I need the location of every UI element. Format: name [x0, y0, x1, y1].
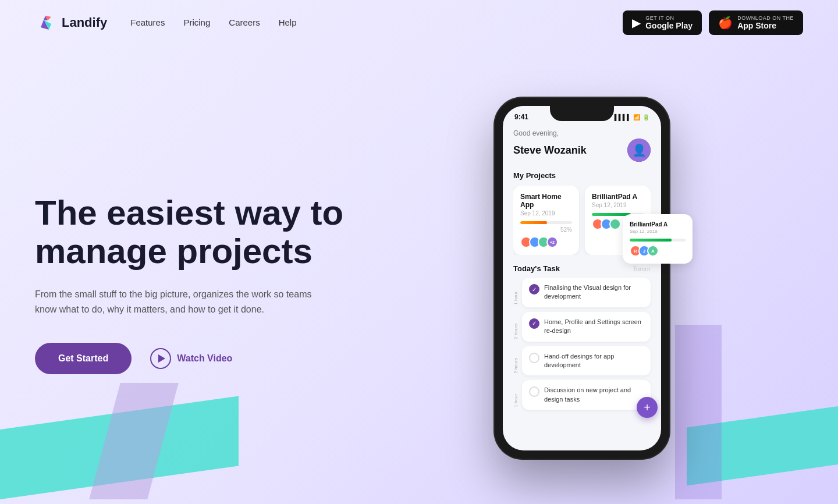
logo-text: Landify: [62, 15, 107, 30]
task-2-check[interactable]: [529, 318, 539, 329]
phone-screen: 9:41 ▌▌▌▌ 📶 🔋 Good evening, Steve Wozani…: [503, 106, 661, 450]
phone-frame: 9:41 ▌▌▌▌ 📶 🔋 Good evening, Steve Wozani…: [495, 98, 669, 459]
google-play-button[interactable]: ▶ GET IT ON Google Play: [623, 10, 702, 35]
tasks-label: Today's Task: [513, 264, 560, 273]
project-1-progress-bg: [520, 221, 572, 224]
phone-wrapper: BrilliantPad A Sep 12, 2019 R J A 9:41 ▌: [495, 98, 681, 470]
hero-right: BrilliantPad A Sep 12, 2019 R J A 9:41 ▌: [372, 98, 803, 470]
project-1-name: Smart Home App: [520, 193, 572, 209]
nav-item-pricing[interactable]: Pricing: [183, 17, 210, 28]
nav-right: ▶ GET IT ON Google Play 🍎 Download on th…: [623, 10, 803, 35]
app-store-button[interactable]: 🍎 Download on the App Store: [709, 10, 803, 35]
task-3-time: 2 hours: [513, 346, 519, 376]
avatar-count: +2: [546, 236, 558, 248]
task-3-check[interactable]: [529, 353, 539, 363]
watch-video-button[interactable]: Watch Video: [150, 348, 232, 369]
tasks-header: Today's Task Tomor: [513, 264, 651, 273]
nav-item-features[interactable]: Features: [130, 17, 165, 28]
project-1-progress-fill: [520, 221, 547, 224]
hero-buttons: Get Started Watch Video: [35, 343, 372, 374]
nav-left: Landify Features Pricing Careers Help: [35, 12, 297, 33]
wifi-icon: 📶: [633, 114, 640, 120]
project-2-date: Sep 12, 2019: [592, 202, 644, 208]
avatar: [627, 139, 651, 162]
task-3-text: Hand-off desings for app development: [544, 352, 644, 370]
status-icons: ▌▌▌▌ 📶 🔋: [615, 114, 649, 120]
tasks-tomorrow: Tomor: [633, 265, 651, 272]
play-icon: [150, 348, 171, 369]
fab-button[interactable]: +: [637, 397, 658, 418]
google-play-text: GET IT ON Google Play: [645, 15, 693, 30]
task-row-3: 2 hours Hand-off desings for app develop…: [513, 346, 651, 376]
task-4-text: Discussion on new project and design tas…: [544, 386, 644, 404]
project-card-1[interactable]: Smart Home App Sep 12, 2019 52%: [513, 186, 579, 255]
app-store-text: Download on the App Store: [737, 15, 794, 30]
nav-links: Features Pricing Careers Help: [130, 17, 296, 28]
google-play-icon: ▶: [632, 16, 641, 30]
logo-icon: [35, 12, 56, 33]
nav-item-help[interactable]: Help: [279, 17, 297, 28]
task-4-check[interactable]: [529, 386, 539, 397]
bg-project-card: BrilliantPad A Sep 12, 2019 R J A: [623, 214, 693, 264]
project-1-avatars: +2: [520, 236, 572, 248]
task-2-text: Home, Profile and Settings screen re-des…: [544, 318, 644, 336]
nav-item-careers[interactable]: Careers: [229, 17, 260, 28]
task-card-4[interactable]: Discussion on new project and design tas…: [522, 380, 651, 410]
task-card-1[interactable]: Finalising the Visual design for develop…: [522, 278, 651, 307]
status-time: 9:41: [514, 113, 528, 121]
hero-title: The easiest way to manage projects: [35, 194, 372, 271]
phone-notch: [550, 106, 614, 121]
apple-icon: 🍎: [718, 16, 733, 30]
phone-content: Good evening, Steve Wozanik My Projects: [503, 123, 661, 420]
task-row-2: 2 hours Home, Profile and Settings scree…: [513, 312, 651, 342]
projects-section-title: My Projects: [513, 171, 651, 180]
task-row-4: 1 hour Discussion on new project and des…: [513, 380, 651, 410]
task-row-1: 1 hour Finalising the Visual design for …: [513, 278, 651, 307]
signal-icon: ▌▌▌▌: [615, 114, 631, 120]
project-2-name: BrilliantPad A: [592, 193, 644, 201]
logo[interactable]: Landify: [35, 12, 107, 33]
task-1-time: 1 hour: [513, 278, 519, 307]
greeting-text: Good evening,: [513, 129, 651, 137]
hero-left: The easiest way to manage projects From …: [35, 194, 372, 374]
task-2-time: 2 hours: [513, 312, 519, 342]
project-1-progress-label: 52%: [520, 226, 572, 233]
user-name-row: Steve Wozanik: [513, 139, 651, 162]
user-name: Steve Wozanik: [513, 144, 587, 157]
task-card-2[interactable]: Home, Profile and Settings screen re-des…: [522, 312, 651, 342]
project-2-progress-fill: [592, 213, 631, 216]
navbar: Landify Features Pricing Careers Help ▶ …: [0, 0, 838, 45]
hero-section: The easiest way to manage projects From …: [0, 45, 838, 499]
task-1-text: Finalising the Visual design for develop…: [544, 283, 644, 301]
task-4-time: 1 hour: [513, 380, 519, 410]
task-card-3[interactable]: Hand-off desings for app development: [522, 346, 651, 376]
get-started-button[interactable]: Get Started: [35, 343, 132, 374]
battery-icon: 🔋: [642, 114, 649, 120]
project-1-date: Sep 12, 2019: [520, 210, 572, 216]
avatar-2-3: [609, 218, 621, 230]
task-1-check[interactable]: [529, 284, 539, 294]
avatar-image: [627, 139, 651, 162]
hero-subtitle: From the small stuff to the big picture,…: [35, 287, 326, 317]
